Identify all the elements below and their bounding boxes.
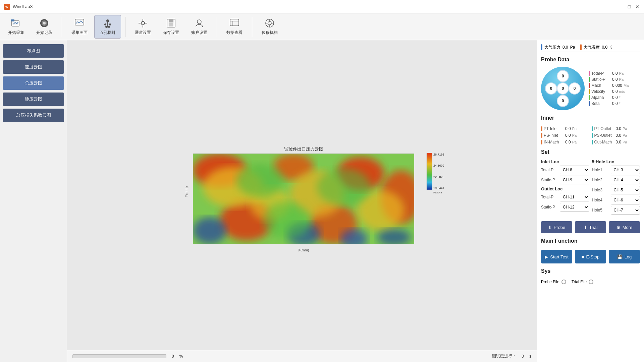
hole3-select[interactable]: CH-5: [611, 186, 640, 194]
toolbar-collect-surface[interactable]: 采集画面: [66, 15, 93, 39]
hole1-select[interactable]: CH-3: [611, 166, 640, 174]
atm-temp-item: 大气温度 0.0 K: [580, 44, 612, 50]
sys-title: Sys: [541, 268, 640, 274]
toolbar-start-record[interactable]: 开始记录: [31, 15, 58, 39]
colorbar-min: 19.6441: [433, 186, 444, 190]
hole5-row: Hole5 CH-7: [592, 206, 640, 215]
start-test-button[interactable]: ▶ Start Test: [541, 250, 572, 263]
atm-pressure-item: 大气压力 0.0 Pa: [541, 44, 575, 50]
title-bar-controls: ─ □ ✕: [619, 4, 640, 9]
static-p-unit: Pa: [619, 77, 624, 81]
toolbar-channel-settings[interactable]: 通道设置: [129, 15, 156, 39]
svg-rect-23: [230, 19, 239, 26]
hole2-select[interactable]: CH-4: [611, 176, 640, 184]
inner-grid: PT-Inlet 0.0 Pa PT-Outlet 0.0 Pa PS-Inle…: [541, 126, 640, 144]
data-view-icon: [229, 18, 240, 28]
probe-row-velocity: Velocity 0.0 m/s: [589, 89, 640, 94]
more-button[interactable]: ⚙ More: [609, 221, 640, 233]
svg-rect-20: [169, 19, 173, 22]
svg-point-12: [105, 26, 107, 28]
probe-row-mach: Mach 0.000 Ma: [589, 83, 640, 88]
hole5-select[interactable]: CH-7: [611, 206, 640, 215]
toolbar-position-mech[interactable]: 位移机构: [256, 15, 283, 39]
mach-value: 0.000: [612, 83, 622, 88]
elapsed-label: 测试已进行：: [492, 353, 516, 359]
atm-bar: 大气压力 0.0 Pa 大气温度 0.0 K: [541, 43, 640, 52]
log-button[interactable]: 💾 Log: [609, 250, 640, 263]
probe-hole-bottom: 0: [557, 95, 569, 107]
close-button[interactable]: ✕: [635, 4, 640, 9]
static-p-label: Static-P: [591, 77, 611, 82]
sidebar-total-pressure-loss-map[interactable]: 总压损失系数云图: [3, 109, 64, 122]
toolbar-channel-settings-label: 通道设置: [135, 30, 151, 36]
y-axis-label: Y(mm): [184, 186, 189, 197]
outlet-total-p-select[interactable]: CH-11: [560, 193, 589, 201]
beta-value: 0.0: [612, 101, 618, 106]
sidebar-total-pressure-map[interactable]: 总压云图: [3, 76, 64, 90]
probe-hole-left: 0: [545, 82, 557, 95]
toolbar-user-settings[interactable]: 账户设置: [186, 15, 213, 39]
probe-file-radio[interactable]: [561, 280, 566, 284]
hole2-row: Hole2 CH-4: [592, 176, 640, 184]
mach-label: Mach: [591, 83, 611, 88]
probe-layout: 0 0 0 0 0 Total-P 0.0: [541, 67, 640, 110]
action-buttons: ⬇ Probe ⬇ Trial ⚙ More: [541, 221, 640, 233]
minimize-button[interactable]: ─: [619, 4, 624, 9]
pt-inlet-label: PT-Inlet: [544, 126, 564, 131]
ps-inlet-accent: [541, 133, 542, 138]
ps-outlet-accent: [592, 133, 593, 138]
svg-point-22: [197, 20, 201, 24]
start-test-label: Start Test: [550, 254, 569, 259]
probe-data-title: Probe Data: [541, 57, 640, 63]
probe-row-beta: Beta 0.0 °: [589, 101, 640, 106]
atm-temp-value: 0.0: [602, 45, 607, 50]
trial-file-label: Trial File: [572, 280, 587, 284]
outlet-static-p-select[interactable]: CH-12: [560, 203, 589, 212]
toolbar-data-view[interactable]: 数据查看: [221, 15, 248, 39]
toolbar-start-collect[interactable]: 开始采集: [3, 15, 30, 39]
sidebar-static-pressure-map[interactable]: 静压云图: [3, 93, 64, 106]
hole3-row: Hole3 CH-5: [592, 186, 640, 194]
progress-bar-container: [72, 354, 166, 358]
probe-button[interactable]: ⬇ Probe: [541, 221, 572, 233]
velocity-unit: m/s: [619, 89, 625, 94]
toolbar: 开始采集 开始记录 采集画面 五孔探针 通道设置 保存设置 账户: [0, 13, 644, 40]
toolbar-five-hole-probe[interactable]: 五孔探针: [94, 15, 121, 39]
toolbar-start-collect-label: 开始采集: [8, 30, 24, 36]
velocity-color: [589, 89, 590, 94]
probe-row-static-p: Static-P 0.0 Pa: [589, 77, 640, 82]
colorbar-mid1: 24.3609: [433, 164, 444, 167]
total-p-unit: Pa: [619, 71, 624, 75]
toolbar-collect-surface-label: 采集画面: [71, 30, 88, 36]
pt-inlet-value: 0.0: [565, 126, 571, 131]
trial-button[interactable]: ⬇ Trial: [575, 221, 606, 233]
atm-pressure-value: 0.0: [562, 45, 568, 50]
main-layout: 布点图 速度云图 总压云图 静压云图 总压损失系数云图 试验件出口压力云图: [0, 40, 644, 362]
svg-point-43: [193, 217, 226, 244]
inlet-total-p-label: Total-P: [541, 168, 558, 172]
elapsed-unit: s: [529, 354, 531, 359]
right-panel: 大气压力 0.0 Pa 大气温度 0.0 K Probe Data 0 0: [537, 40, 644, 362]
inlet-static-p-select[interactable]: CH-9: [560, 176, 589, 184]
trial-file-radio[interactable]: [589, 280, 593, 284]
svg-point-49: [263, 202, 310, 239]
toolbar-data-view-label: 数据查看: [226, 30, 243, 36]
hole1-label: Hole1: [592, 168, 609, 172]
toolbar-save-settings[interactable]: 保存设置: [158, 15, 184, 39]
inlet-total-p-select[interactable]: CH-8: [560, 166, 589, 174]
beta-color: [589, 101, 590, 106]
outlet-total-p-label: Total-P: [541, 195, 558, 199]
toolbar-position-mech-label: 位移机构: [262, 30, 278, 36]
inlet-loc-group: Inlet Loc Total-P CH-8 Static-P CH-9 Out…: [541, 159, 589, 216]
maximize-button[interactable]: □: [627, 4, 632, 9]
sidebar-layout-map[interactable]: 布点图: [3, 44, 64, 58]
inlet-loc-title: Inlet Loc: [541, 159, 589, 164]
hole4-select[interactable]: CH-6: [611, 196, 640, 204]
inner-ps-inlet: PS-Inlet 0.0 Pa: [541, 133, 590, 138]
atm-temp-unit: K: [609, 45, 612, 50]
e-stop-button[interactable]: ■ E-Stop: [575, 250, 606, 263]
toolbar-user-settings-label: 账户设置: [191, 30, 207, 36]
sidebar-velocity-map[interactable]: 速度云图: [3, 60, 64, 74]
main-func-title: Main Function: [541, 238, 640, 244]
inlet-static-p-label: Static-P: [541, 178, 558, 182]
